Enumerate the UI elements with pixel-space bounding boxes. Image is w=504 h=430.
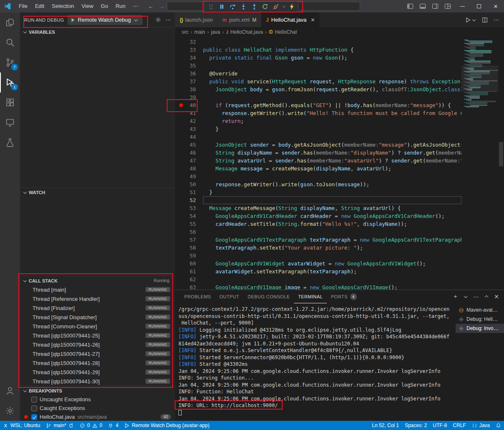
gutter-line-number[interactable]: 50 — [175, 180, 203, 188]
new-terminal-icon[interactable]: ＋ — [452, 293, 458, 300]
call-stack-thread[interactable]: Thread [qtp1500079441-26]RUNNING — [20, 340, 175, 349]
watch-section-header[interactable]: WATCH — [20, 188, 175, 197]
gutter-line-number[interactable]: 33 — [175, 46, 203, 54]
gutter-line-number[interactable]: 38 — [175, 85, 203, 93]
toggle-secondary-sidebar-icon[interactable] — [429, 0, 441, 12]
close-tab-icon[interactable]: ✕ — [311, 17, 315, 23]
toggle-sidebar-icon[interactable] — [404, 0, 416, 12]
settings-gear-icon[interactable] — [0, 401, 20, 421]
gutter-line-number[interactable]: 37 — [175, 78, 203, 85]
toggle-panel-icon[interactable] — [416, 0, 429, 12]
activity-remote-explorer-icon[interactable] — [0, 112, 20, 132]
panel-more-actions-icon[interactable]: ⋯ — [473, 293, 479, 300]
hot-code-replace-icon[interactable] — [286, 2, 297, 12]
breakpoints-section-header[interactable]: BREAKPOINTS — [20, 386, 175, 395]
gutter-line-number[interactable]: 34 — [175, 54, 203, 62]
pause-icon[interactable] — [216, 2, 227, 12]
breadcrumb-java[interactable]: java — [211, 29, 220, 35]
gutter-line-number[interactable]: 59 — [175, 252, 203, 260]
menu-more[interactable]: ⋯ — [129, 0, 142, 12]
call-stack-thread[interactable]: Thread [Finalizer]RUNNING — [20, 303, 175, 312]
breadcrumb-src[interactable]: src — [182, 29, 188, 35]
menu-edit[interactable]: Edit — [31, 0, 48, 12]
gutter-line-number[interactable]: 47 — [175, 157, 203, 165]
debug-session-status[interactable]: Remote Watch Debug (avatar-app) — [121, 421, 212, 430]
call-stack-section-header[interactable]: CALL STACK Running — [20, 276, 175, 285]
panel-tab-ports[interactable]: PORTS4 — [327, 290, 361, 303]
step-into-icon[interactable] — [238, 2, 249, 12]
forwarded-ports-status[interactable]: 4 — [105, 421, 121, 430]
problems-status[interactable]: 0 0 — [77, 421, 105, 430]
activity-search-icon[interactable] — [0, 32, 20, 52]
gutter-line-number[interactable]: 48 — [175, 165, 203, 172]
activity-source-control-icon[interactable]: 7 — [0, 52, 20, 72]
forward-arrow-icon[interactable]: → — [159, 3, 165, 10]
call-stack-thread[interactable]: Thread [main]RUNNING — [20, 285, 175, 294]
call-stack-thread[interactable]: Thread [qtp1500079441-27]RUNNING — [20, 349, 175, 358]
menu-go[interactable]: Go — [97, 0, 112, 12]
maximize-panel-icon[interactable] — [484, 295, 489, 299]
gutter-line-number[interactable]: 60 — [175, 260, 203, 268]
gutter-line-number[interactable]: 42 — [175, 117, 203, 125]
disconnect-dropdown-chevron-icon[interactable] — [281, 5, 286, 9]
gutter-line-number[interactable]: 43 — [175, 125, 203, 133]
maximize-button[interactable] — [471, 0, 487, 12]
terminal-instance[interactable]: Maven-avat… — [456, 305, 504, 315]
call-stack-thread[interactable]: Thread [qtp1500079441-29]RUNNING — [20, 368, 175, 377]
breadcrumb-symbol[interactable]: HelloChat — [275, 29, 297, 35]
breakpoint-item[interactable]: Uncaught Exceptions — [20, 395, 175, 404]
back-arrow-icon[interactable]: ← — [148, 3, 153, 10]
call-stack-thread[interactable]: Thread [Signal Dispatcher]RUNNING — [20, 312, 175, 322]
panel-tab-debug-console[interactable]: DEBUG CONSOLE — [243, 290, 294, 303]
notifications-bell-icon[interactable] — [493, 421, 504, 430]
code-editor[interactable]: 3233public class HelloChat implements Ht… — [175, 37, 504, 290]
step-out-icon[interactable] — [249, 2, 260, 12]
gutter-line-number[interactable]: 58 — [175, 244, 203, 252]
cursor-position[interactable]: Ln 52, Col 1 — [369, 421, 402, 430]
gutter-line-number[interactable]: 44 — [175, 133, 203, 141]
terminal-instance[interactable]: Debug: Hell… — [456, 315, 504, 324]
editor-scrollbar[interactable] — [498, 37, 504, 290]
minimap[interactable] — [461, 37, 498, 290]
views-more-actions-icon[interactable]: ⋯ — [165, 17, 171, 23]
eol-sequence[interactable]: CRLF — [450, 421, 469, 430]
activity-testing-icon[interactable] — [0, 132, 20, 152]
gutter-line-number[interactable]: 52 — [175, 196, 203, 204]
call-stack-thread[interactable]: Thread [qtp1500079441-30]RUNNING — [20, 377, 175, 386]
tab-hellochat-java[interactable]: J HelloChat.java ✕ — [261, 12, 320, 27]
language-mode[interactable]: Java — [469, 421, 493, 430]
variables-section-header[interactable]: VARIABLES — [20, 27, 175, 36]
minimize-button[interactable] — [454, 0, 471, 12]
restart-icon[interactable] — [260, 2, 271, 12]
menu-run[interactable]: Run — [112, 0, 129, 12]
gutter-line-number[interactable]: 63 — [175, 283, 203, 290]
call-stack-thread[interactable]: Thread [qtp1500079441-28]RUNNING — [20, 358, 175, 368]
activity-extensions-icon[interactable] — [0, 92, 20, 112]
breadcrumb-main[interactable]: main — [194, 29, 205, 35]
call-stack-thread[interactable]: Thread [Reference Handler]RUNNING — [20, 294, 175, 303]
account-icon[interactable] — [0, 381, 20, 401]
gutter-line-number[interactable]: 32 — [175, 38, 203, 46]
scrollbar-thumb[interactable] — [499, 142, 503, 166]
call-stack-thread[interactable]: Thread [qtp1500079441-25]RUNNING — [20, 331, 175, 340]
panel-tab-output[interactable]: OUTPUT — [215, 290, 243, 303]
panel-tab-problems[interactable]: PROBLEMS — [180, 290, 215, 303]
gutter-line-number[interactable]: 39 — [175, 93, 203, 101]
gutter-line-number[interactable]: 41 — [175, 109, 203, 117]
gutter-line-number[interactable]: 35 — [175, 62, 203, 70]
indentation[interactable]: Spaces: 2 — [402, 421, 430, 430]
gutter-line-number[interactable]: 56 — [175, 228, 203, 236]
gutter-line-number[interactable]: 49 — [175, 172, 203, 180]
customize-layout-icon[interactable] — [441, 0, 454, 12]
terminal-instance[interactable]: Debug: Invo… — [456, 324, 504, 333]
close-panel-icon[interactable]: ✕ — [494, 293, 499, 300]
menu-file[interactable]: File — [15, 0, 31, 12]
split-editor-icon[interactable] — [482, 17, 488, 23]
gutter-line-number[interactable]: 62 — [175, 275, 203, 283]
gutter-line-number[interactable]: 40 — [175, 101, 203, 109]
gutter-line-number[interactable]: 61 — [175, 268, 203, 275]
terminal-dropdown-chevron-icon[interactable] — [464, 295, 468, 299]
activity-run-and-debug-icon[interactable]: 1 — [0, 72, 20, 92]
gutter-line-number[interactable]: 36 — [175, 70, 203, 78]
breakpoint-item[interactable]: Caught Exceptions — [20, 404, 175, 412]
